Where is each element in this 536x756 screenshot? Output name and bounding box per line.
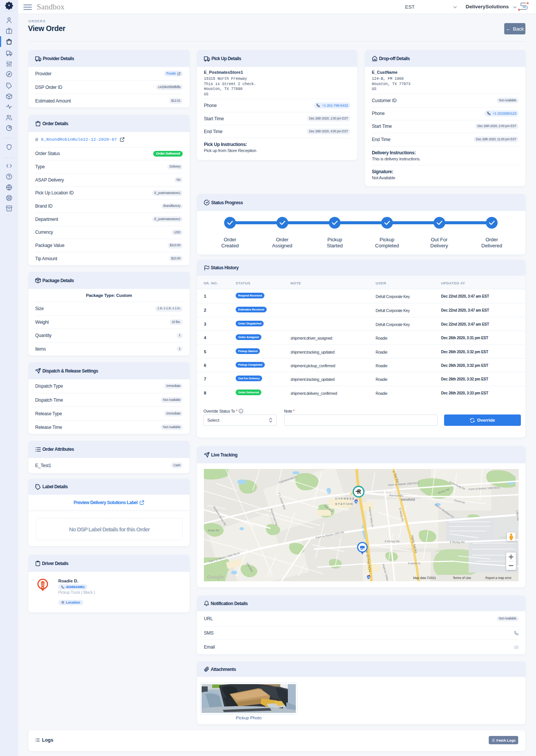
svg-text:Bammel Rd: Bammel Rd [389, 494, 403, 497]
svg-text:STATION: STATION [335, 502, 353, 506]
svg-text:E Richey Rd: E Richey Rd [385, 540, 399, 543]
svg-text:E Airtex Dr: E Airtex Dr [408, 562, 421, 565]
svg-text:Terms of Use: Terms of Use [453, 576, 471, 580]
svg-text:Westfield: Westfield [401, 498, 415, 501]
svg-text:45: 45 [355, 500, 358, 503]
svg-text:Map data ©2021: Map data ©2021 [413, 576, 436, 580]
svg-text:Google: Google [207, 574, 224, 580]
svg-text:Strack Rd: Strack Rd [208, 529, 219, 532]
svg-text:CYPRESS: CYPRESS [335, 497, 355, 500]
svg-text:Report a map error: Report a map error [485, 576, 511, 580]
svg-text:E Richey Rd: E Richey Rd [450, 541, 465, 544]
svg-text:45: 45 [367, 576, 370, 579]
